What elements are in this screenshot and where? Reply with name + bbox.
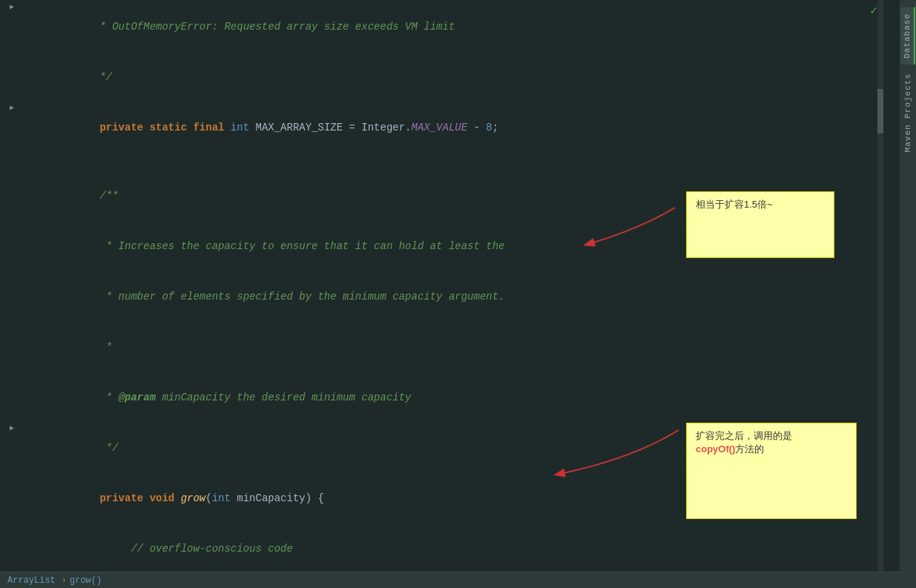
code-token: - bbox=[467, 122, 486, 133]
code-token: /** bbox=[93, 190, 119, 202]
annotation-1: 相当于扩容1.5倍~ bbox=[686, 191, 834, 258]
line-content-12[interactable]: // overflow-conscious code bbox=[28, 524, 877, 573]
code-token: int bbox=[212, 492, 231, 504]
code-token: grow bbox=[181, 492, 206, 504]
main-container: ✓ ▶ * OutOfMemoryError: Requested array … bbox=[0, 0, 916, 588]
code-token: * Increases the capacity to ensure that … bbox=[93, 240, 505, 252]
line-content-9[interactable]: * @param minCapacity the desired minimum… bbox=[28, 373, 877, 422]
line-content-2[interactable]: */ bbox=[28, 53, 877, 102]
gutter-3: ▶ bbox=[0, 103, 28, 112]
gutter-10: ▶ bbox=[0, 423, 28, 432]
code-token: int bbox=[231, 122, 249, 133]
line-content-4[interactable] bbox=[28, 153, 877, 170]
vertical-scrollbar[interactable] bbox=[877, 0, 883, 588]
line-content-1[interactable]: * OutOfMemoryError: Requested array size… bbox=[28, 2, 877, 51]
scrollbar-thumb[interactable] bbox=[877, 89, 883, 133]
annotation-1-text: 相当于扩容1.5倍~ bbox=[696, 199, 773, 210]
code-token: private bbox=[93, 492, 150, 504]
code-token: MAX_VALUE bbox=[412, 122, 468, 133]
sidebar-tab-maven[interactable]: Maven Projects bbox=[901, 67, 915, 158]
annotation-2-text-red: copyOf() bbox=[696, 443, 735, 455]
code-token: * bbox=[93, 341, 112, 353]
code-token: */ bbox=[93, 442, 119, 454]
line-content-7[interactable]: * number of elements specified by the mi… bbox=[28, 272, 877, 321]
status-bar: ArrayList › grow() bbox=[0, 572, 900, 588]
code-line-4 bbox=[0, 153, 877, 171]
code-line-8: * bbox=[0, 322, 877, 372]
annotation-2-text-after: 方法的 bbox=[735, 443, 764, 455]
code-token: @param bbox=[119, 392, 156, 403]
code-token: 8 bbox=[486, 122, 492, 133]
fold-arrow-3[interactable]: ▶ bbox=[10, 103, 14, 112]
code-line-7: * number of elements specified by the mi… bbox=[0, 271, 877, 322]
line-content-3[interactable]: private static final int MAX_ARRAY_SIZE … bbox=[28, 103, 877, 152]
code-token: ; bbox=[492, 122, 498, 133]
code-token: ( bbox=[205, 492, 211, 504]
code-line-3: ▶ private static final int MAX_ARRAY_SIZ… bbox=[0, 102, 877, 153]
code-token: * OutOfMemoryError: Requested array size… bbox=[93, 21, 455, 33]
annotation-2: 扩容完之后，调用的是copyOf()方法的 bbox=[686, 423, 857, 519]
breadcrumb-grow[interactable]: grow() bbox=[70, 575, 102, 586]
fold-arrow-1[interactable]: ▶ bbox=[10, 2, 14, 11]
line-content-8[interactable]: * bbox=[28, 323, 877, 371]
right-sidebar: Database Maven Projects bbox=[900, 0, 916, 588]
fold-arrow-10[interactable]: ▶ bbox=[10, 423, 14, 432]
sidebar-tab-database[interactable]: Database bbox=[900, 7, 915, 65]
code-line-2: */ bbox=[0, 52, 877, 102]
code-token: */ bbox=[93, 71, 112, 83]
code-line-1: ▶ * OutOfMemoryError: Requested array si… bbox=[0, 1, 877, 52]
code-token: private static final bbox=[93, 122, 231, 133]
breadcrumb-sep: › bbox=[62, 575, 67, 586]
code-line-12: // overflow-conscious code bbox=[0, 523, 877, 574]
gutter-1: ▶ bbox=[0, 2, 28, 11]
breadcrumb-arraylist[interactable]: ArrayList bbox=[7, 575, 56, 586]
annotation-2-text-before: 扩容完之后，调用的是 bbox=[696, 430, 792, 441]
code-token: minCapacity) { bbox=[231, 492, 324, 504]
code-token: * number of elements specified by the mi… bbox=[93, 291, 505, 303]
code-token: minCapacity the desired minimum capacity bbox=[156, 392, 411, 403]
code-area: ✓ ▶ * OutOfMemoryError: Requested array … bbox=[0, 0, 900, 588]
code-token: * bbox=[93, 392, 119, 403]
code-token: // overflow-conscious code bbox=[93, 543, 293, 555]
code-token: void bbox=[150, 492, 181, 504]
code-token: MAX_ARRAY_SIZE = Integer. bbox=[249, 122, 411, 133]
code-line-9: * @param minCapacity the desired minimum… bbox=[0, 372, 877, 423]
